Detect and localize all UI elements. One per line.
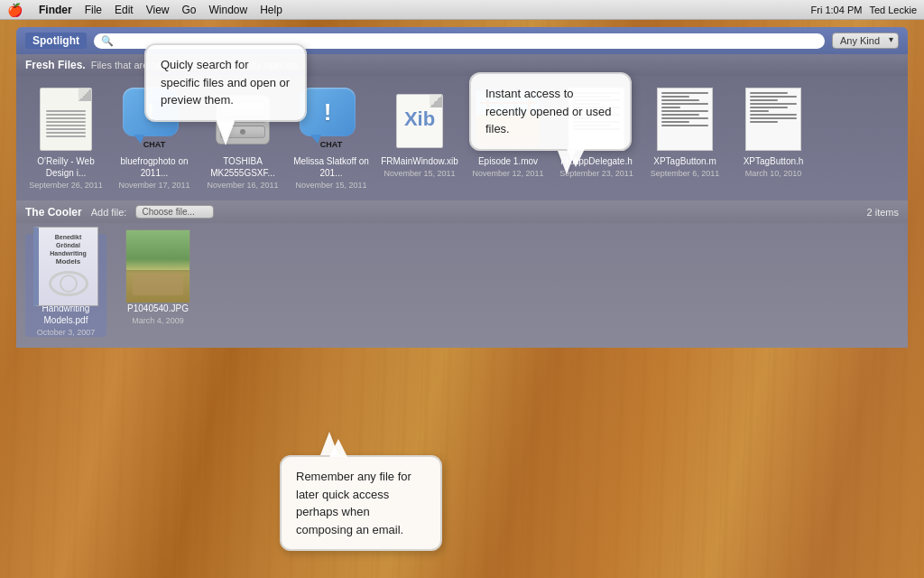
file-icon-doc [33, 87, 98, 152]
file-name: XPTagButton.h [744, 155, 804, 167]
cooler-file-name: P1040540.JPG [127, 303, 189, 314]
file-name: bluefrogphoto on 2011... [114, 155, 195, 179]
file-name: O'Reilly - Web Design i... [25, 155, 106, 179]
file-date: September 6, 2011 [651, 169, 720, 178]
file-icon-text2 [652, 87, 717, 152]
file-date: March 10, 2010 [745, 169, 802, 178]
fresh-files-title: Fresh Files. [25, 59, 86, 71]
cooler-add-label: Add file: [91, 207, 127, 218]
cooler-files-list[interactable]: Benedikt GröndalHandwritingModels Handwr… [16, 223, 908, 348]
cooler-items-count: 2 items [867, 207, 899, 218]
search-icon: 🔍 [101, 35, 114, 47]
callout-recent: Instant access to recently opened or use… [469, 72, 632, 151]
file-date: November 15, 2011 [383, 169, 455, 178]
file-item[interactable]: O'Reilly - Web Design i... September 26,… [25, 87, 106, 190]
file-date: November 15, 2011 [295, 181, 366, 190]
cooler-header: The Cooler Add file: Choose file... 2 it… [16, 200, 908, 223]
help-menu[interactable]: Help [260, 4, 282, 16]
apple-menu-icon[interactable]: 🍎 [7, 3, 23, 17]
file-date: November 12, 2011 [472, 169, 543, 178]
window-menu[interactable]: Window [209, 4, 248, 16]
file-name: Episode 1.mov [478, 155, 538, 167]
cooler-choose-button[interactable]: Choose file... [135, 205, 213, 219]
cooler-file-chooser[interactable]: Choose file... [135, 205, 213, 219]
edit-menu[interactable]: Edit [115, 4, 134, 16]
callout-cooler: Remember any file for later quick access… [280, 455, 442, 551]
file-item[interactable]: XPTagButton.h March 10, 2010 [733, 87, 814, 190]
file-menu[interactable]: File [85, 4, 102, 16]
file-name: FRMainWindow.xib [381, 155, 458, 167]
kind-dropdown[interactable]: Any Kind [832, 33, 899, 49]
file-icon-chat2: ! CHAT [299, 87, 364, 152]
file-item[interactable]: XPTagButton.m September 6, 2011 [644, 87, 725, 190]
file-icon-xib: Xib [387, 87, 452, 152]
view-menu[interactable]: View [146, 4, 170, 16]
go-menu[interactable]: Go [182, 4, 197, 16]
menubar-time: Fri 1:04 PM [811, 5, 863, 15]
file-date: November 17, 2011 [118, 181, 189, 190]
cooler-icon-book: Benedikt GröndalHandwritingModels [33, 234, 98, 299]
file-name: Melissa Slatkoff on 201... [291, 155, 372, 179]
cooler-file-item[interactable]: Benedikt GröndalHandwritingModels Handwr… [25, 234, 106, 337]
cooler-file-date: October 3, 2007 [37, 328, 96, 337]
file-date: November 16, 2011 [207, 181, 278, 190]
file-name: XPTagButton.m [653, 155, 716, 167]
file-name: TOSHIBA MK2555GSXF... [202, 155, 283, 179]
cooler-file-date: March 4, 2009 [132, 316, 184, 325]
cooler-title: The Cooler [25, 206, 82, 219]
file-icon-text3 [741, 87, 806, 152]
desktop: 🍎 Finder File Edit View Go Window Help F… [0, 0, 924, 578]
menubar-user: Ted Leckie [869, 5, 917, 15]
menubar: 🍎 Finder File Edit View Go Window Help F… [0, 0, 924, 20]
cooler-icon-photo [125, 234, 190, 299]
finder-menu[interactable]: Finder [39, 4, 72, 16]
callout-search: Quicly search for specific files and ope… [144, 43, 307, 122]
cooler-file-item[interactable]: P1040540.JPG March 4, 2009 [117, 234, 199, 337]
file-item[interactable]: Xib FRMainWindow.xib November 15, 2011 [379, 87, 460, 190]
file-date: September 26, 2011 [29, 181, 103, 190]
spotlight-label: Spotlight [25, 33, 87, 49]
